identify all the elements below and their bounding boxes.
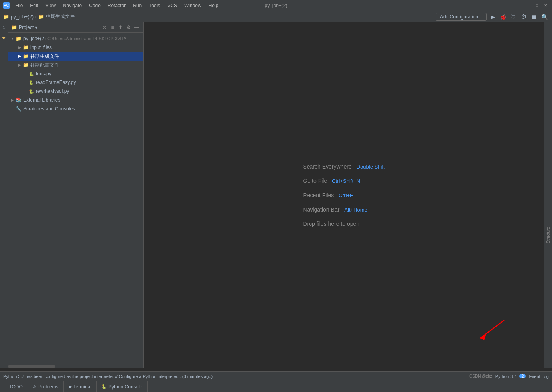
nav-bar-shortcut[interactable]: Alt+Home [344, 207, 367, 213]
problems-label: Problems [38, 384, 59, 390]
coverage-button[interactable]: 🛡 [509, 12, 518, 21]
wangqi-files-folder-icon: 📁 [22, 53, 29, 59]
profile-button[interactable]: ⏱ [519, 12, 528, 21]
tree-item-readframeeasy-py[interactable]: ▶ 🐍 readFrameEasy.py [8, 78, 143, 87]
project-label: Project [19, 25, 34, 30]
search-everywhere-shortcut[interactable]: Double Shift [357, 164, 385, 170]
close-button[interactable]: ✕ [542, 2, 549, 9]
menu-file[interactable]: File [12, 2, 26, 9]
project-tool-icon[interactable]: P [0, 24, 8, 31]
go-to-file-label: Go to File [303, 178, 327, 184]
tree-item-func-py[interactable]: ▶ 🐍 func.py [8, 69, 143, 78]
tab-python-console[interactable]: 🐍 Python Console [97, 381, 148, 392]
title-bar: PC File Edit View Navigate Code Refactor… [0, 0, 552, 11]
file-tree: ▾ 📁 py_job+(2) C:\Users\Administrator.DE… [8, 33, 143, 365]
maximize-button[interactable]: □ [534, 2, 540, 9]
recent-files-shortcut[interactable]: Ctrl+E [339, 192, 353, 198]
terminal-icon: ▶ [69, 384, 72, 389]
tree-item-rewritemysql-py[interactable]: ▶ 🐍 rewriteMysql.py [8, 87, 143, 96]
menu-help[interactable]: Help [205, 2, 222, 9]
menu-code[interactable]: Code [86, 2, 104, 9]
tree-item-external-libs[interactable]: ▶ 📚 External Libraries [8, 96, 143, 104]
python-console-label: Python Console [108, 384, 142, 390]
wangqi-files-label: 往期生成文件 [30, 53, 59, 60]
python-console-icon: 🐍 [101, 384, 107, 389]
tab-terminal[interactable]: ▶ Terminal [64, 381, 97, 392]
drop-files-label: Drop files here to open [303, 221, 360, 227]
nav-bar-row: Navigation Bar Alt+Home [303, 206, 385, 213]
menu-vcs[interactable]: VCS [164, 2, 180, 9]
input-files-label: input_files [30, 45, 52, 50]
main-layout: P ★ 📁 Project ▾ ⊙ ≡ ⬆ ⚙ — ▾ 📁 py_job+( [0, 22, 552, 368]
go-to-file-shortcut[interactable]: Ctrl+Shift+N [332, 178, 360, 184]
collapse-all-icon[interactable]: ⬆ [117, 24, 124, 31]
menu-tools[interactable]: Tools [146, 2, 163, 9]
minimize-button[interactable]: — [525, 2, 531, 9]
scratches-icon: 🔧 [15, 106, 22, 112]
ext-libs-icon: 📚 [15, 97, 22, 103]
breadcrumb-folder-icon: 📁 [3, 14, 9, 20]
wangqi-config-arrow: ▶ [17, 63, 22, 67]
breadcrumb-subfolder[interactable]: 往期生成文件 [46, 13, 75, 20]
sort-icon[interactable]: ≡ [109, 24, 116, 31]
menu-refactor[interactable]: Refactor [104, 2, 129, 9]
readframeeasy-py-label: readFrameEasy.py [36, 80, 76, 85]
wangqi-config-folder-icon: 📁 [22, 62, 29, 68]
toolbar-right: Add Configuration... ▶ 🐞 🛡 ⏱ ⏹ 🔍 [436, 12, 549, 21]
structure-label[interactable]: Structure [546, 227, 550, 243]
tab-todo[interactable]: ≡ TODO [0, 381, 28, 392]
tree-item-wangqi-config[interactable]: ▶ 📁 往期配置文件 [8, 61, 143, 69]
scratches-label: Scratches and Consoles [23, 106, 75, 112]
run-button[interactable]: ▶ [488, 12, 497, 21]
menu-window[interactable]: Window [181, 2, 205, 9]
csdn-label: CSDN @zbz [469, 374, 492, 378]
tree-item-scratches[interactable]: ▶ 🔧 Scratches and Consoles [8, 104, 143, 113]
stop-button[interactable]: ⏹ [530, 12, 538, 21]
tree-root[interactable]: ▾ 📁 py_job+(2) C:\Users\Administrator.DE… [8, 34, 143, 43]
project-panel-scrollbar[interactable] [8, 365, 143, 368]
rewritemysql-py-icon: 🐍 [28, 88, 34, 94]
readframeeasy-py-icon: 🐍 [28, 79, 34, 86]
locate-file-icon[interactable]: ⊙ [101, 24, 108, 31]
hide-icon[interactable]: — [133, 24, 140, 31]
tree-item-input-files[interactable]: ▶ 📁 input_files [8, 43, 143, 52]
favorites-star-icon[interactable]: ★ [0, 34, 8, 41]
breadcrumb-folder-icon2: 📁 [38, 14, 44, 20]
root-folder-icon: 📁 [15, 35, 22, 42]
navigation-bar: 📁 py_job+(2) › 📁 往期生成文件 Add Configuratio… [0, 11, 552, 22]
menu-run[interactable]: Run [130, 2, 145, 9]
drop-files-row: Drop files here to open [303, 221, 385, 227]
ext-libs-label: External Libraries [23, 97, 60, 103]
project-panel: 📁 Project ▾ ⊙ ≡ ⬆ ⚙ — ▾ 📁 py_job+(2) C:\… [8, 22, 144, 368]
ext-libs-arrow: ▶ [10, 98, 15, 102]
tab-problems[interactable]: ⚠ Problems [28, 381, 64, 392]
settings-icon[interactable]: ⚙ [125, 24, 132, 31]
structure-sidebar: Structure [544, 22, 552, 368]
debug-button[interactable]: 🐞 [499, 12, 507, 21]
search-everywhere-label: Search Everywhere [303, 163, 352, 170]
input-files-folder-icon: 📁 [22, 44, 29, 51]
todo-icon: ≡ [5, 384, 7, 389]
window-controls: — □ ✕ [525, 2, 549, 9]
breadcrumb-separator: › [35, 14, 37, 20]
menu-view[interactable]: View [42, 2, 59, 9]
recent-files-label: Recent Files [303, 192, 334, 198]
project-dropdown-icon[interactable]: ▾ [35, 25, 37, 30]
search-everywhere-button[interactable]: 🔍 [540, 12, 549, 21]
menu-navigate[interactable]: Navigate [60, 2, 85, 9]
bottom-tabs: ≡ TODO ⚠ Problems ▶ Terminal 🐍 Python Co… [0, 381, 552, 392]
svg-line-0 [480, 320, 504, 338]
add-configuration-button[interactable]: Add Configuration... [436, 13, 487, 21]
breadcrumb-project[interactable]: py_job+(2) [11, 14, 34, 20]
problems-icon: ⚠ [33, 384, 37, 389]
status-message: Python 3.7 has been configured as the pr… [3, 374, 465, 379]
input-files-arrow: ▶ [17, 45, 22, 49]
project-header-icons: ⊙ ≡ ⬆ ⚙ — [101, 24, 140, 31]
window-title: py_job+(2) [264, 3, 287, 8]
event-log-label[interactable]: Event Log [529, 374, 549, 379]
svg-marker-1 [480, 334, 486, 340]
menu-edit[interactable]: Edit [27, 2, 41, 9]
tree-item-wangqi-files[interactable]: ▶ 📁 往期生成文件 [8, 52, 143, 61]
root-label: py_job+(2) [23, 36, 46, 41]
wangqi-config-label: 往期配置文件 [30, 62, 59, 69]
